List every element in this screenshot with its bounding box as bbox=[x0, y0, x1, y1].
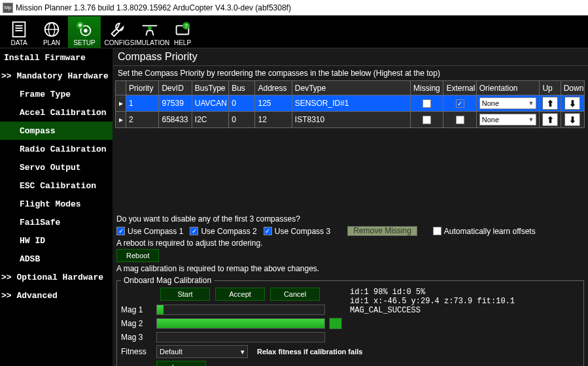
relax-fitness-text: Relax fitness if calibration fails bbox=[257, 348, 362, 356]
col-down[interactable]: Down bbox=[561, 81, 584, 95]
use-compass-1[interactable]: ✓Use Compass 1 bbox=[116, 227, 183, 236]
col-missing[interactable]: Missing bbox=[411, 81, 443, 95]
sidebar-hw-id[interactable]: HW ID bbox=[0, 231, 112, 250]
move-down-button[interactable]: ⬇ bbox=[564, 97, 580, 110]
mag2-label: Mag 2 bbox=[121, 319, 156, 328]
sidebar-advanced[interactable]: >> Advanced bbox=[0, 286, 112, 305]
svg-line-15 bbox=[146, 30, 147, 35]
page-title: Compass Priority bbox=[112, 48, 588, 66]
chevron-down-icon: ▾ bbox=[241, 348, 245, 356]
globe-icon bbox=[41, 20, 62, 39]
start-button[interactable]: Start bbox=[160, 288, 210, 301]
toolbar-plan[interactable]: PLAN bbox=[35, 16, 68, 48]
sidebar-esc-calibration[interactable]: ESC Calibration bbox=[0, 176, 112, 195]
svg-rect-0 bbox=[13, 22, 26, 37]
col-address[interactable]: Address bbox=[255, 81, 292, 95]
col-devid[interactable]: DevID bbox=[159, 81, 192, 95]
auto-learn-offsets[interactable]: Automatically learn offsets bbox=[433, 227, 536, 236]
svg-line-16 bbox=[152, 30, 154, 35]
mag2-complete-icon bbox=[329, 318, 342, 329]
col-orientation[interactable]: Orientation bbox=[476, 81, 540, 95]
svg-point-13 bbox=[148, 26, 152, 30]
orientation-select[interactable]: None▼ bbox=[479, 114, 537, 125]
row-header-blank bbox=[116, 81, 126, 95]
accept-button[interactable]: Accept bbox=[215, 288, 265, 301]
disable-question: Do you want to disable any of the first … bbox=[112, 213, 588, 225]
move-up-button[interactable]: ⬆ bbox=[542, 97, 558, 110]
table-row[interactable]: ▸197539UAVCAN0125SENSOR_ID#1✓None▼⬆⬇ bbox=[116, 95, 585, 112]
toolbar-setup[interactable]: SETUP bbox=[68, 16, 101, 48]
remove-missing-button[interactable]: Remove Missing bbox=[347, 226, 417, 236]
mag2-progress bbox=[156, 318, 325, 329]
col-devtype[interactable]: DevType bbox=[292, 81, 410, 95]
mag3-label: Mag 3 bbox=[121, 333, 156, 342]
drone-icon bbox=[139, 20, 160, 39]
magcal-text: A mag calibration is required to remap t… bbox=[112, 264, 588, 274]
onboard-mag-calibration: Onboard Mag Calibration Start Accept Can… bbox=[116, 276, 584, 366]
wrench-icon bbox=[107, 20, 128, 39]
chevron-down-icon: ▼ bbox=[528, 116, 534, 123]
reboot-button[interactable]: Reboot bbox=[116, 249, 159, 262]
svg-point-8 bbox=[84, 29, 88, 33]
sidebar-accel-calibration[interactable]: Accel Calibration bbox=[0, 103, 112, 122]
reboot-text: A reboot is required to adjust the order… bbox=[112, 237, 588, 249]
priority-description: Set the Compass Priority by reordering t… bbox=[112, 66, 588, 80]
mag1-label: Mag 1 bbox=[121, 305, 156, 314]
large-button[interactable]: Large bbox=[156, 361, 206, 366]
window-titlebar: Mp Mission Planner 1.3.76 build 1.3.8029… bbox=[0, 0, 588, 16]
sidebar-servo-output[interactable]: Servo Output bbox=[0, 158, 112, 176]
compass-table[interactable]: Priority DevID BusType Bus Address DevTy… bbox=[115, 80, 585, 128]
mag3-progress bbox=[156, 332, 325, 342]
mag1-progress bbox=[156, 305, 325, 315]
top-toolbar: DATA PLAN SETUP CONFIG SIMULATION ? HELP bbox=[0, 16, 588, 48]
sidebar-mandatory-hardware[interactable]: >> Mandatory Hardware bbox=[0, 67, 112, 85]
fitness-select[interactable]: Default ▾ bbox=[156, 345, 248, 358]
chevron-down-icon: ▼ bbox=[528, 100, 534, 107]
window-title: Mission Planner 1.3.76 build 1.3.8029.15… bbox=[16, 3, 291, 12]
use-compass-2[interactable]: ✓Use Compass 2 bbox=[190, 227, 256, 236]
sidebar-failsafe[interactable]: FailSafe bbox=[0, 213, 112, 231]
table-row[interactable]: ▸2658433I2C012IST8310None▼⬆⬇ bbox=[116, 112, 585, 128]
sidebar-radio-calibration[interactable]: Radio Calibration bbox=[0, 140, 112, 158]
use-compass-3[interactable]: ✓Use Compass 3 bbox=[264, 227, 330, 236]
toolbar-data[interactable]: DATA bbox=[3, 16, 35, 48]
svg-text:?: ? bbox=[184, 23, 188, 29]
sidebar-adsb[interactable]: ADSB bbox=[0, 250, 112, 268]
help-icon: ? bbox=[172, 20, 193, 39]
gear-plus-icon bbox=[74, 20, 95, 39]
toolbar-simulation[interactable]: SIMULATION bbox=[133, 16, 166, 48]
page-icon bbox=[9, 20, 29, 39]
fitness-label: Fitness bbox=[121, 347, 156, 356]
sidebar-optional-hardware[interactable]: >> Optional Hardware bbox=[0, 268, 112, 286]
calibration-status: id:1 98% id:0 5% id:1 x:-46.5 y:29.4 z:7… bbox=[350, 288, 588, 315]
col-bus[interactable]: Bus bbox=[229, 81, 255, 95]
move-down-button[interactable]: ⬇ bbox=[564, 113, 580, 126]
col-up[interactable]: Up bbox=[540, 81, 561, 95]
app-icon: Mp bbox=[3, 3, 13, 13]
sidebar: Install Firmware >> Mandatory Hardware F… bbox=[0, 48, 112, 366]
sidebar-frame-type[interactable]: Frame Type bbox=[0, 85, 112, 103]
col-priority[interactable]: Priority bbox=[126, 81, 159, 95]
cancel-button[interactable]: Cancel bbox=[270, 288, 320, 301]
col-external[interactable]: External bbox=[443, 81, 476, 95]
toolbar-config[interactable]: CONFIG bbox=[101, 16, 133, 48]
sidebar-compass[interactable]: Compass bbox=[0, 122, 112, 140]
orientation-select[interactable]: None▼ bbox=[479, 97, 537, 109]
move-up-button[interactable]: ⬆ bbox=[542, 113, 558, 126]
sidebar-flight-modes[interactable]: Flight Modes bbox=[0, 195, 112, 213]
toolbar-help[interactable]: ? HELP bbox=[166, 16, 199, 48]
col-bustype[interactable]: BusType bbox=[192, 81, 228, 95]
content-area: Compass Priority Set the Compass Priorit… bbox=[112, 48, 588, 366]
onboard-legend: Onboard Mag Calibration bbox=[121, 276, 214, 285]
sidebar-install-firmware[interactable]: Install Firmware bbox=[0, 48, 112, 67]
